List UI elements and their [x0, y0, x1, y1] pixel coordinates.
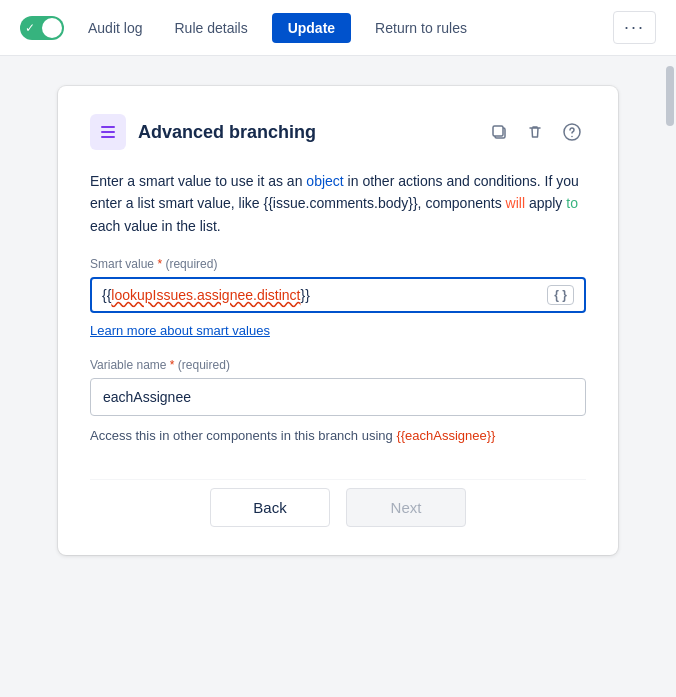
rule-details-link[interactable]: Rule details [166, 16, 255, 40]
return-to-rules-link[interactable]: Return to rules [367, 16, 475, 40]
svg-rect-0 [101, 126, 115, 128]
toggle-check-icon: ✓ [25, 21, 35, 35]
variable-asterisk: * [170, 358, 178, 372]
card: Advanced branching [58, 86, 618, 555]
access-description: Access this in other components in this … [90, 426, 586, 447]
toggle-wrapper: ✓ [20, 16, 64, 40]
next-button[interactable]: Next [346, 488, 466, 527]
sv-open-bracket: {{ [102, 287, 111, 303]
help-icon [562, 122, 582, 142]
svg-rect-1 [101, 131, 115, 133]
svg-rect-2 [101, 136, 115, 138]
smart-value-display: {{lookupIssues.assignee.distinct}} [102, 287, 547, 303]
card-actions [486, 118, 586, 146]
delete-button[interactable] [522, 119, 548, 145]
access-text-prefix: Access this in other components in this … [90, 428, 396, 443]
scrollbar-track [664, 56, 676, 697]
card-title: Advanced branching [138, 122, 316, 143]
variable-name-input[interactable] [90, 378, 586, 416]
more-options-button[interactable]: ··· [613, 11, 656, 44]
sv-content: lookupIssues.assignee.distinct [111, 287, 300, 303]
list-icon [98, 122, 118, 142]
back-button[interactable]: Back [210, 488, 330, 527]
curly-braces-button[interactable]: { } [547, 285, 574, 305]
smart-value-input-wrapper[interactable]: {{lookupIssues.assignee.distinct}} { } [90, 277, 586, 313]
copy-button[interactable] [486, 119, 512, 145]
card-icon-box [90, 114, 126, 150]
trash-icon [526, 123, 544, 141]
card-description: Enter a smart value to use it as an obje… [90, 170, 586, 237]
svg-rect-4 [493, 126, 503, 136]
help-button[interactable] [558, 118, 586, 146]
desc-apply-highlight: to [566, 195, 578, 211]
svg-point-6 [571, 136, 573, 138]
update-button[interactable]: Update [272, 13, 351, 43]
card-title-group: Advanced branching [90, 114, 316, 150]
scrollbar-thumb[interactable] [666, 66, 674, 126]
access-code: {{eachAssignee}} [396, 428, 495, 443]
desc-object-highlight: object [306, 173, 343, 189]
copy-icon [490, 123, 508, 141]
navbar: ✓ Audit log Rule details Update Return t… [0, 0, 676, 56]
learn-more-link[interactable]: Learn more about smart values [90, 323, 270, 338]
card-header: Advanced branching [90, 114, 586, 150]
enabled-toggle[interactable]: ✓ [20, 16, 64, 40]
desc-will-highlight: will [506, 195, 525, 211]
smart-value-label: Smart value * (required) [90, 257, 586, 271]
main-content: Advanced branching [0, 56, 676, 697]
sv-close-bracket: }} [300, 287, 309, 303]
audit-log-link[interactable]: Audit log [80, 16, 150, 40]
card-footer: Back Next [90, 479, 586, 527]
variable-name-label: Variable name * (required) [90, 358, 586, 372]
